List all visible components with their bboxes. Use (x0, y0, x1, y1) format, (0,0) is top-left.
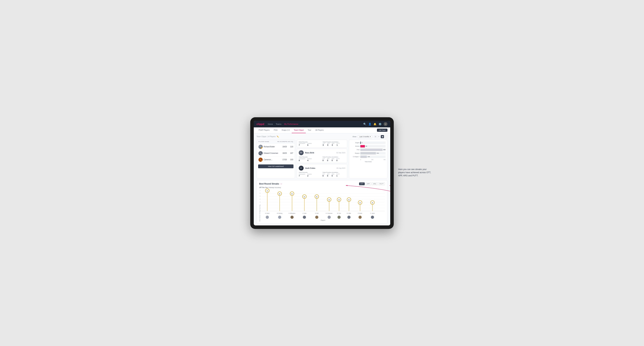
person-icon[interactable]: 👤 (368, 123, 371, 126)
view-icons: ⊞ ≡ ▦ ↕ (374, 135, 388, 138)
y-axis-label: Best Streak, Fairway Accuracy (259, 190, 260, 221)
bar-pars: Pars 499 (351, 149, 386, 151)
nav-links: Home Teams My Performance (268, 123, 360, 126)
view-full-leaderboard-button[interactable]: View Full Leaderboard (258, 165, 294, 168)
nav-icons: 🔍 👤 🔔 ⚙️ U (363, 122, 388, 126)
pc-date-josh: 26 Aug 2023 (336, 167, 345, 169)
svg-text:4: 4 (260, 198, 260, 200)
pc-date-rees: 02 Sep 2023 (336, 152, 345, 154)
streaks-header: Best Round Streaks ← OTT APP ARG PUTT (259, 182, 385, 185)
svg-point-44 (328, 216, 331, 219)
svg-point-19 (266, 216, 269, 219)
grid-view-icon[interactable]: ⊞ (374, 135, 377, 138)
streak-tabs: OTT APP ARG PUTT (359, 182, 385, 185)
pars-label: Pars (351, 149, 360, 151)
nav-home[interactable]: Home (268, 123, 273, 126)
practice-value: 6 (307, 144, 312, 146)
col-butler: 3x R. Butler (358, 201, 362, 219)
streaks-subtitle: Off The Tee, Fairway Accuracy (259, 187, 385, 188)
table-view-icon[interactable]: ▦ (381, 135, 384, 138)
total-rounds-group: Total Rounds Tournament 7 Practice 6 (299, 141, 321, 146)
tabs-left: PGAT Players PGA Hcaps 1-5 Team Clippd T… (256, 127, 326, 133)
streak-svg: 0 1 2 3 4 5 6 7 (261, 190, 385, 221)
tab-pga[interactable]: PGA (272, 127, 280, 133)
tournament-label: Tournament (299, 143, 305, 144)
streaks-title-text: Best Round Streaks (259, 183, 279, 185)
tablet-frame: clippd Home Teams My Performance 🔍 👤 🔔 ⚙… (250, 117, 394, 229)
col-pb-score: PB SCORE (278, 141, 285, 142)
badge-silver-2: 2 (261, 154, 263, 155)
main-content: Team Clippd 14 Players ✏️ Show Last 3 mo… (254, 133, 390, 225)
player-avatar-2: EC 2 (258, 151, 263, 155)
search-icon[interactable]: 🔍 (363, 123, 366, 126)
team-name-label: Team Clippd (256, 136, 266, 138)
arrow-left-icon: ← (280, 182, 282, 185)
pc-avatar-rees: RB (299, 150, 304, 155)
streak-tab-ott[interactable]: OTT (359, 182, 365, 185)
pars-bar (360, 149, 382, 151)
pc-name-rees[interactable]: Rees Britt (305, 152, 335, 154)
birdies-value: 96 (366, 145, 367, 147)
tab-team-clippd[interactable]: Team Clippd (292, 127, 306, 133)
period-dropdown[interactable]: Last 3 months ▾ (358, 135, 372, 138)
lb-header: PLAYER NAME PB SCORE PB AVG SQ (257, 140, 295, 144)
list-view-icon[interactable]: ≡ (377, 135, 380, 138)
player-avatar-3: C 3 (258, 158, 263, 162)
svg-text:4x: 4x (348, 199, 350, 200)
svg-text:5: 5 (260, 195, 260, 197)
nav-my-performance[interactable]: My Performance (284, 123, 298, 126)
player-name-3[interactable]: Cameron... (264, 159, 272, 161)
user-avatar[interactable]: U (384, 122, 388, 126)
svg-text:4x: 4x (328, 199, 330, 200)
streak-tab-putt[interactable]: PUTT (378, 182, 385, 185)
bogeys-bar (360, 152, 376, 155)
chart-view-icon[interactable]: ↕ (384, 135, 388, 138)
svg-text:1: 1 (260, 207, 260, 209)
pc-avatar-josh: JC (299, 166, 304, 171)
player-row: RB 1 Richard Butler 19/20 110 (257, 144, 295, 150)
nav-teams[interactable]: Teams (276, 123, 282, 126)
player-name-2[interactable]: Edward Crossman (264, 152, 278, 154)
total-practice-group: Total Practice Activities OTT 0 APP 0 (323, 141, 345, 146)
svg-point-54 (348, 216, 350, 219)
team-header: Team Clippd 14 Players ✏️ Show Last 3 mo… (256, 135, 388, 138)
svg-text:3x: 3x (372, 202, 373, 203)
svg-point-64 (371, 216, 374, 219)
add-team-button[interactable]: Add Team (377, 129, 388, 132)
pb-score-1: 19/20 (281, 146, 287, 148)
badge-gold-1: 1 (261, 147, 263, 149)
streak-tab-app[interactable]: APP (366, 182, 371, 185)
tab-all-players[interactable]: All Players (313, 127, 326, 133)
edit-icon[interactable]: ✏️ (277, 136, 279, 138)
rees-total-rounds: Total Rounds (299, 156, 322, 158)
player-row-2: EC 2 Edward Crossman 18/20 107 (257, 150, 295, 157)
svg-text:E. Crossman: E. Crossman (326, 213, 332, 214)
tab-tour[interactable]: Tour (306, 127, 313, 133)
svg-text:B. Ford: B. Ford (337, 213, 341, 214)
pc-header-rees: RB Rees Britt 02 Sep 2023 (299, 150, 345, 155)
dbogeys-bar (360, 156, 367, 158)
player-card-josh: JC Josh Coles 26 Aug 2023 Total Rounds T… (297, 164, 347, 178)
tab-pgat-players[interactable]: PGAT Players (256, 127, 272, 133)
svg-text:Players: Players (320, 219, 325, 221)
dbogeys-label: D. Bogeys + (351, 156, 360, 157)
pb-score-2: 18/20 (281, 152, 287, 154)
svg-text:B. McHerg: B. McHerg (277, 213, 282, 214)
svg-text:E. Ewert: E. Ewert (265, 213, 270, 214)
settings-icon[interactable]: ⚙️ (378, 123, 382, 126)
streak-tab-arg[interactable]: ARG (372, 182, 378, 185)
player-name-1[interactable]: Richard Butler (264, 146, 275, 148)
streak-chart-container: Best Streak, Fairway Accuracy (259, 190, 385, 221)
practice-label: Practice (307, 143, 312, 144)
pc-name-josh[interactable]: Josh Coles (305, 167, 335, 169)
total-rounds-label: Total Rounds (299, 141, 321, 143)
tab-hcaps[interactable]: Hcaps 1-5 (280, 127, 292, 133)
middle-panel: Total Rounds Tournament 7 Practice 6 (297, 140, 347, 178)
eagles-value: 3 (362, 142, 362, 144)
bell-icon[interactable]: 🔔 (374, 123, 376, 126)
bar-chart: Eagles 3 Birdies 96 (351, 142, 386, 173)
svg-text:R. Butler: R. Butler (358, 213, 362, 214)
player-info-2: EC 2 Edward Crossman (258, 151, 280, 155)
pars-value: 499 (383, 149, 386, 151)
tabs-bar: PGAT Players PGA Hcaps 1-5 Team Clippd T… (254, 127, 390, 133)
